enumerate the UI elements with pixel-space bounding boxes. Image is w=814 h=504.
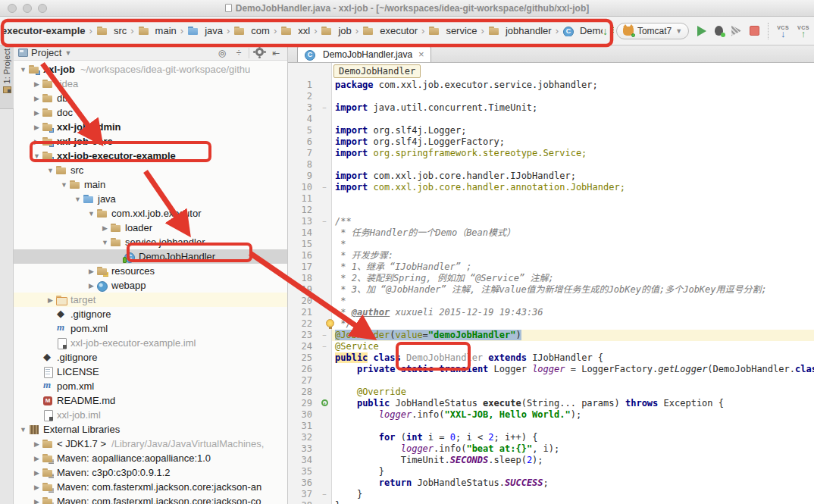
- breadcrumb-item-service[interactable]: service: [428, 25, 477, 36]
- tree-item-gitignore[interactable]: .gitignore: [14, 307, 287, 321]
- tree-item-service-jobhandler[interactable]: ▼service.jobhandler: [14, 235, 287, 249]
- tree-item-doc[interactable]: ▶doc: [14, 105, 287, 120]
- tree-item-maven-com-fasterxml-jackson-core-jackson-an[interactable]: ▶Maven: com.fasterxml.jackson.core:jacks…: [14, 480, 287, 494]
- locate-file-button[interactable]: ◎: [215, 48, 229, 58]
- tree-toggle-icon[interactable]: ▶: [32, 80, 42, 88]
- breadcrumb-item-demojobhandler[interactable]: DemoJobHandler: [562, 25, 603, 36]
- tree-toggle-icon[interactable]: ▶: [32, 109, 42, 117]
- tree-item-webapp[interactable]: ▶webapp: [14, 278, 287, 293]
- zoom-window-button[interactable]: [38, 4, 47, 13]
- tree-item-loader[interactable]: ▶loader: [14, 221, 287, 235]
- intention-bulb-icon[interactable]: [326, 319, 334, 327]
- vcs-commit-button[interactable]: VCS ↑: [797, 25, 809, 37]
- tree-item-maven-c3p0-c3p0-0-9-1-2[interactable]: ▶Maven: c3p0:c3p0:0.9.1.2: [14, 465, 287, 480]
- window-title: DemoJobHandler.java - xxl-job - [~/works…: [236, 3, 589, 14]
- code-line-37: 37− }: [288, 489, 814, 500]
- tree-toggle-icon[interactable]: ▶: [32, 124, 42, 131]
- tree-toggle-icon[interactable]: ▶: [32, 95, 42, 102]
- stop-button[interactable]: [750, 26, 759, 36]
- tree-item-main[interactable]: ▼main: [14, 177, 287, 192]
- tree-toggle-icon[interactable]: ▶: [86, 268, 96, 275]
- breadcrumb-item-jobhandler[interactable]: jobhandler: [488, 25, 552, 36]
- run-button[interactable]: [697, 26, 706, 36]
- tree-toggle-icon[interactable]: ▶: [45, 296, 55, 304]
- breadcrumb-item-executor[interactable]: executor: [362, 25, 418, 36]
- tree-item-maven-aopalliance-aopalliance-1-0[interactable]: ▶Maven: aopalliance:aopalliance:1.0: [14, 451, 287, 465]
- extlib-icon: [28, 424, 40, 435]
- code-text: * 1、继承 “IJobHandler” ;: [332, 261, 814, 273]
- breadcrumb-item-job[interactable]: job: [321, 25, 351, 36]
- settings-gear-button[interactable]: [252, 48, 266, 58]
- tree-item-pom-xml[interactable]: pom.xml: [14, 321, 287, 336]
- close-tab-icon[interactable]: ×: [418, 49, 424, 60]
- coverage-button[interactable]: [731, 26, 741, 36]
- tree-toggle-icon[interactable]: ▼: [100, 239, 110, 246]
- tree-toggle-icon[interactable]: ▶: [32, 484, 42, 491]
- panel-header-separator: [249, 48, 249, 58]
- breadcrumb-item-main[interactable]: main: [138, 25, 177, 36]
- tree-item-pom-xml[interactable]: pom.xml: [14, 379, 287, 393]
- editor-tab-demojobhandler[interactable]: DemoJobHandler.java ×: [297, 45, 431, 62]
- tree-toggle-icon[interactable]: ▶: [100, 224, 110, 232]
- incoming-changes-button[interactable]: ↓: [603, 27, 608, 36]
- run-configuration-select[interactable]: Tomcat7 ▼: [616, 23, 689, 39]
- tree-item-xxl-job-core[interactable]: ▶xxl-job-core: [14, 134, 287, 149]
- tree-item-license[interactable]: LICENSE: [14, 365, 287, 379]
- tree-item-external-libraries[interactable]: ▼External Libraries: [14, 422, 287, 437]
- line-number: 20: [288, 296, 317, 307]
- breadcrumb-item-xxl[interactable]: xxl: [280, 25, 310, 36]
- tree-toggle-icon[interactable]: ▶: [86, 282, 96, 290]
- tree-item-xxl-job[interactable]: ▼xxl-job~/workspaces/idea-git-workspace/…: [14, 62, 287, 77]
- tree-toggle-icon[interactable]: ▼: [45, 167, 55, 174]
- tree-item-readme-md[interactable]: README.md: [14, 393, 287, 408]
- hide-panel-button[interactable]: ⇤: [269, 48, 283, 58]
- code-text: @JobHander(value="demoJobHandler"): [332, 330, 814, 341]
- tree-toggle-icon[interactable]: ▶: [32, 455, 42, 462]
- tree-toggle-icon[interactable]: ▼: [18, 66, 28, 74]
- tree-item-target[interactable]: ▶target: [14, 293, 287, 307]
- tool-window-tab-project[interactable]: 1: Project: [0, 45, 14, 109]
- readme-icon: [42, 396, 54, 406]
- tree-item-idea[interactable]: ▶.idea: [14, 77, 287, 91]
- breadcrumb-item-java[interactable]: java: [187, 25, 223, 36]
- minimize-window-button[interactable]: [23, 4, 32, 13]
- tree-toggle-icon[interactable]: ▼: [86, 210, 96, 218]
- tree-item-src[interactable]: ▼src: [14, 163, 287, 177]
- tree-item-gitignore[interactable]: .gitignore: [14, 350, 287, 365]
- tree-item-demojobhandler[interactable]: DemoJobHandler: [14, 249, 287, 264]
- tree-toggle-icon[interactable]: ▼: [73, 196, 83, 203]
- breadcrumb-item-src[interactable]: src: [96, 25, 127, 36]
- collapse-all-button[interactable]: ÷: [232, 48, 246, 58]
- tree-toggle-icon[interactable]: ▼: [18, 426, 28, 434]
- tree-item-db[interactable]: ▶db: [14, 91, 287, 105]
- code-editor[interactable]: DemoJobHandler 1package com.xxl.job.exec…: [288, 63, 814, 504]
- tree-toggle-icon[interactable]: ▼: [59, 181, 69, 189]
- tree-item-xxl-job-executor-example[interactable]: ▼xxl-job-executor-example: [14, 149, 287, 163]
- tree-item-jdk1-7[interactable]: ▶< JDK1.7 >/Library/Java/JavaVirtualMach…: [14, 437, 287, 451]
- tree-item-resources[interactable]: ▶resources: [14, 264, 287, 278]
- tree-item-java[interactable]: ▼java: [14, 192, 287, 206]
- tree-toggle-icon[interactable]: ▶: [32, 498, 42, 504]
- tree-item-label: pom.xml: [57, 380, 94, 392]
- tree-item-xxl-job-admin[interactable]: ▶xxl-job-admin: [14, 120, 287, 134]
- breadcrumb-item-executor-example[interactable]: executor-example: [2, 25, 86, 36]
- line-number: 5: [288, 125, 317, 136]
- code-line-29: 29↑ public JobHandleStatus execute(Strin…: [288, 398, 814, 409]
- vcs-update-button[interactable]: VCS ↓: [777, 25, 789, 37]
- tree-toggle-icon[interactable]: ▶: [32, 469, 42, 477]
- tree-toggle-icon[interactable]: ▼: [32, 152, 42, 160]
- folder-blue-icon: [83, 194, 95, 205]
- close-window-button[interactable]: [8, 4, 17, 13]
- tree-item-com-xxl-job-executor[interactable]: ▼com.xxl.job.executor: [14, 206, 287, 221]
- tree-toggle-icon[interactable]: ▶: [32, 440, 42, 448]
- debug-button[interactable]: [715, 26, 723, 36]
- tree-toggle-icon[interactable]: ▶: [32, 138, 42, 146]
- iml-icon: [55, 338, 67, 349]
- tree-item-maven-com-fasterxml-jackson-core-jackson-co[interactable]: ▶Maven: com.fasterxml.jackson.core:jacks…: [14, 494, 287, 504]
- overrides-method-icon[interactable]: ↑: [321, 399, 328, 406]
- project-panel: Project ▼ ◎ ÷ ⇤ ▼xxl-job~/workspaces/ide…: [14, 45, 288, 504]
- breadcrumb-item-com[interactable]: com: [233, 25, 270, 36]
- tree-item-xxl-job-executor-example-iml[interactable]: xxl-job-executor-example.iml: [14, 336, 287, 350]
- chevron-down-icon[interactable]: ▼: [64, 49, 71, 57]
- tree-item-xxl-job-iml[interactable]: xxl-job.iml: [14, 408, 287, 422]
